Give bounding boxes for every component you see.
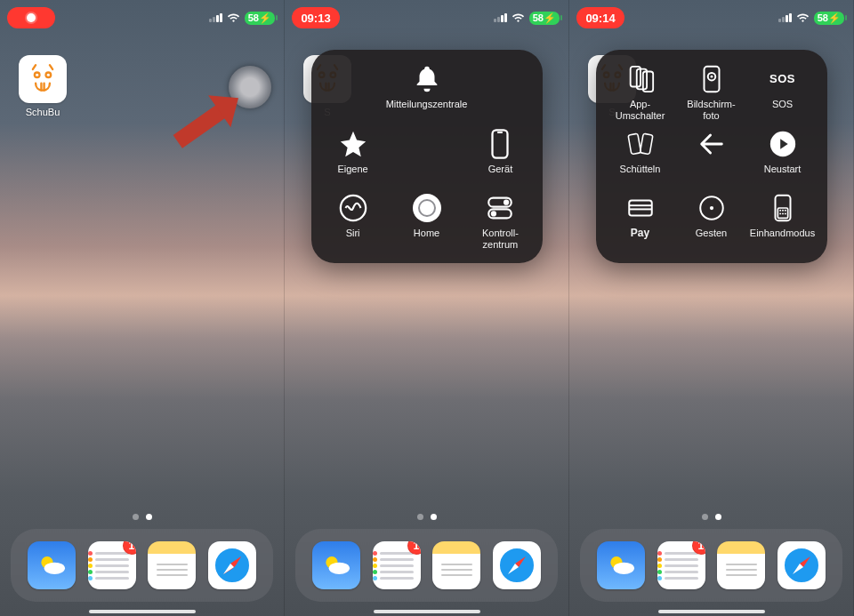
menu-label: Siri [346,228,360,239]
time-pill[interactable]: 09:13 [292,7,340,28]
star-icon [338,129,368,159]
menu-device[interactable]: Gerät [467,127,533,192]
page-indicator[interactable] [417,514,437,520]
menu-label: Mitteilungszentrale [386,99,468,110]
wifi-icon [512,12,525,23]
menu-label: SOS [772,99,793,110]
screenshot-panel-3: 09:14 58⚡ S App- Umschalter Bildschirm- … [569,0,854,616]
svg-point-55 [784,213,786,215]
battery-indicator: 58⚡ [245,12,275,25]
time-pill[interactable]: 09:14 [576,7,624,28]
safari-icon [495,544,538,587]
dock-weather[interactable] [597,541,645,589]
menu-siri[interactable]: Siri [320,191,386,256]
safari-icon [211,544,254,587]
menu-label: Gesten [696,228,727,239]
safari-icon [780,544,823,587]
menu-label: Gerät [488,164,513,175]
menu-app-switcher[interactable]: App- Umschalter [605,62,676,127]
dock-safari[interactable] [208,541,256,589]
app-schubu[interactable]: SchuBu [14,55,71,117]
svg-point-51 [782,210,784,212]
screenshot-panel-1: 58⚡ SchuBu 1 [0,0,285,616]
reminders-icon [95,552,129,580]
svg-point-52 [784,210,786,212]
cellular-signal-icon [494,13,507,22]
gestures-icon [697,193,727,223]
menu-label: Home [414,228,439,239]
page-indicator[interactable] [702,514,721,520]
dock-weather[interactable] [312,541,360,589]
menu-label [710,164,713,175]
menu-label: App- Umschalter [616,99,665,121]
menu-notification-center[interactable]: Mitteilungszentrale [386,62,468,127]
reminders-icon [380,552,414,580]
svg-rect-39 [628,133,641,154]
svg-rect-36 [704,67,719,92]
app-switcher-icon [625,64,656,94]
dock: 1 [580,529,842,602]
reachability-icon [768,193,798,223]
menu-control-center[interactable]: Kontroll- zentrum [467,191,533,256]
wallet-icon [625,193,656,223]
menu-custom[interactable]: Eigene [320,127,386,192]
screenshot-icon [697,64,727,94]
bell-icon [412,64,442,94]
svg-point-54 [782,213,784,215]
toggles-icon [485,193,515,223]
menu-label: Neustart [764,164,802,175]
menu-home[interactable]: Home [386,191,468,256]
cellular-signal-icon [778,13,792,22]
restart-icon [768,129,798,159]
svg-point-53 [779,213,781,215]
dock-notes[interactable] [432,541,480,589]
svg-point-57 [614,563,634,574]
screen-recording-pill[interactable] [7,7,55,28]
status-bar: 58⚡ [0,5,284,30]
dock-weather[interactable] [28,541,76,589]
menu-gestures[interactable]: Gesten [676,191,747,256]
battery-indicator: 58⚡ [529,12,560,25]
svg-point-24 [491,212,496,217]
dock-notes[interactable] [148,541,196,589]
dock-notes[interactable] [717,541,765,589]
home-indicator[interactable] [89,610,196,613]
reminders-icon [665,552,698,580]
shake-icon [625,129,656,159]
menu-back[interactable] [676,127,747,192]
svg-point-50 [779,210,781,212]
schubu-app-icon [19,55,67,103]
menu-label: Schütteln [620,164,661,175]
notes-icon [157,564,188,576]
menu-sos[interactable]: SOS SOS [747,62,818,127]
weather-icon [34,548,69,583]
page-indicator[interactable] [133,514,152,520]
sos-icon: SOS [768,64,798,94]
app-label: SchuBu [14,107,71,117]
status-right: 58⚡ [778,12,844,25]
dock: 1 [295,529,558,602]
dock: 1 [11,529,273,602]
dock-reminders[interactable]: 1 [88,541,136,589]
menu-apple-pay[interactable]: Pay [605,191,676,256]
menu-shake[interactable]: Schütteln [605,127,676,192]
weather-icon [318,548,354,583]
svg-point-26 [329,563,350,574]
dock-safari[interactable] [493,541,541,589]
svg-point-2 [36,74,38,76]
menu-screenshot[interactable]: Bildschirm- foto [676,62,747,127]
assistive-touch-device-menu: App- Umschalter Bildschirm- foto SOS SOS… [596,50,827,263]
notes-icon [726,564,757,576]
home-indicator[interactable] [374,610,480,613]
cellular-signal-icon [209,13,222,22]
dock-reminders[interactable]: 1 [373,541,421,589]
menu-restart[interactable]: Neustart [747,127,818,192]
phone-outline-icon [485,129,515,159]
dock-safari[interactable] [777,541,826,589]
home-indicator[interactable] [658,610,765,613]
menu-one-hand[interactable]: Einhandmodus [747,191,818,256]
siri-icon [338,193,368,223]
screenshot-panel-2: 09:13 58⚡ S Mitteilungszentrale Eigene [285,0,569,616]
dock-reminders[interactable]: 1 [657,541,705,589]
menu-label: Kontroll- zentrum [482,228,519,250]
